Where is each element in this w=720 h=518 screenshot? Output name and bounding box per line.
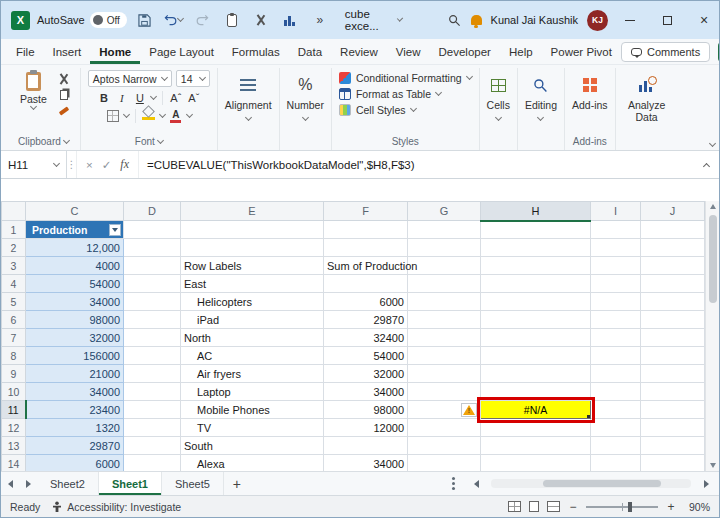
column-header-E[interactable]: E (181, 202, 324, 221)
horizontal-scroll-thumb[interactable] (543, 480, 661, 487)
cell-D1[interactable] (124, 221, 181, 239)
next-sheet-button[interactable] (19, 472, 37, 495)
cell-I9[interactable] (591, 365, 641, 383)
cell-D12[interactable] (124, 419, 181, 437)
cell-J2[interactable] (641, 239, 705, 257)
add-ins-group[interactable]: Add-ins Add-ins (564, 68, 615, 150)
cell-H3[interactable] (481, 257, 591, 275)
cell-G7[interactable] (408, 329, 481, 347)
menu-tab-review[interactable]: Review (331, 39, 387, 64)
menu-tab-view[interactable]: View (387, 39, 430, 64)
cell-I5[interactable] (591, 293, 641, 311)
column-header-C[interactable]: C (26, 202, 124, 221)
row-header-13[interactable]: 13 (2, 437, 26, 455)
cell-C8[interactable]: 156000 (26, 347, 124, 365)
row-header-5[interactable]: 5 (2, 293, 26, 311)
alignment-dropdown-icon[interactable] (245, 114, 252, 121)
cell-C1[interactable]: Production (26, 221, 124, 239)
cell-C7[interactable]: 32000 (26, 329, 124, 347)
cell-C2[interactable]: 12,000 (26, 239, 124, 257)
zoom-percentage[interactable]: 90% (684, 501, 710, 513)
cell-D13[interactable] (124, 437, 181, 455)
cell-E5[interactable]: Helicopters (181, 293, 324, 311)
menu-tab-formulas[interactable]: Formulas (223, 39, 289, 64)
cell-C6[interactable]: 98000 (26, 311, 124, 329)
sheet-options-kebab-icon[interactable] (452, 482, 455, 485)
scroll-up-icon[interactable] (710, 204, 716, 209)
row-header-7[interactable]: 7 (2, 329, 26, 347)
cell-C13[interactable]: 29870 (26, 437, 124, 455)
confirm-entry-icon[interactable]: ✓ (102, 158, 112, 172)
cell-D9[interactable] (124, 365, 181, 383)
accessibility-status[interactable]: Accessibility: Investigate (52, 501, 181, 513)
cell-D5[interactable] (124, 293, 181, 311)
minimize-button[interactable] (615, 1, 645, 39)
search-button[interactable] (446, 8, 463, 32)
cell-J14[interactable] (641, 455, 705, 472)
cell-D7[interactable] (124, 329, 181, 347)
cell-J1[interactable] (641, 221, 705, 239)
cell-D14[interactable] (124, 455, 181, 472)
new-sheet-button[interactable]: + (224, 472, 250, 495)
number-dropdown-icon[interactable] (302, 114, 309, 121)
cell-J12[interactable] (641, 419, 705, 437)
font-color-button[interactable]: A (169, 108, 183, 123)
selected-cell-H11[interactable]: #N/A (481, 401, 591, 419)
cell-D4[interactable] (124, 275, 181, 293)
row-header-14[interactable]: 14 (2, 455, 26, 472)
cell-I8[interactable] (591, 347, 641, 365)
cell-G11[interactable]: ! (408, 401, 481, 419)
customize-toolbar-button[interactable]: » (308, 8, 330, 32)
zoom-in-button[interactable]: + (666, 500, 676, 514)
zoom-slider-thumb[interactable] (628, 502, 632, 512)
cell-I1[interactable] (591, 221, 641, 239)
cell-J8[interactable] (641, 347, 705, 365)
undo-dropdown-icon[interactable] (177, 15, 184, 22)
column-header-H[interactable]: H (481, 202, 591, 221)
cell-F10[interactable]: 34000 (324, 383, 408, 401)
formula-bar-handle[interactable]: ⋮ (67, 151, 77, 178)
cell-G4[interactable] (408, 275, 481, 293)
menu-tab-developer[interactable]: Developer (430, 39, 500, 64)
cell-E3[interactable]: Row Labels (181, 257, 324, 275)
cell-J10[interactable] (641, 383, 705, 401)
cell-E10[interactable]: Laptop (181, 383, 324, 401)
filter-dropdown-icon[interactable] (109, 224, 121, 236)
cell-D3[interactable] (124, 257, 181, 275)
cell-E1[interactable] (181, 221, 324, 239)
select-all-corner[interactable] (2, 202, 26, 221)
copy-button[interactable] (57, 89, 71, 101)
column-header-F[interactable]: F (324, 202, 408, 221)
zoom-slider[interactable] (586, 506, 658, 508)
format-painter-button[interactable] (57, 105, 71, 117)
cancel-entry-icon[interactable]: × (86, 159, 93, 171)
sheet-tab-sheet5[interactable]: Sheet5 (162, 472, 224, 495)
column-header-I[interactable]: I (591, 202, 641, 221)
fill-color-button[interactable] (142, 108, 156, 123)
cell-E13[interactable]: South (181, 437, 324, 455)
cell-J6[interactable] (641, 311, 705, 329)
dialog-launcher-icon[interactable] (63, 136, 70, 143)
autosave-toggle[interactable]: AutoSave Off (37, 12, 127, 28)
cell-I10[interactable] (591, 383, 641, 401)
close-button[interactable]: × (689, 1, 719, 39)
cell-J5[interactable] (641, 293, 705, 311)
alignment-group[interactable]: Alignment (217, 68, 279, 150)
cell-J9[interactable] (641, 365, 705, 383)
row-header-6[interactable]: 6 (2, 311, 26, 329)
cell-D8[interactable] (124, 347, 181, 365)
number-group[interactable]: % Number (279, 68, 331, 150)
clipboard-quick-access-button[interactable] (221, 8, 243, 32)
expand-formula-bar-icon[interactable] (693, 151, 719, 178)
analyze-data-group[interactable]: Analyze Data (615, 68, 678, 150)
cells-group[interactable]: Cells (479, 68, 517, 150)
cell-C9[interactable]: 21000 (26, 365, 124, 383)
cell-G1[interactable] (408, 221, 481, 239)
cell-F6[interactable]: 29870 (324, 311, 408, 329)
bold-button[interactable]: B (97, 90, 111, 105)
horizontal-scrollbar[interactable] (491, 479, 691, 488)
paste-button[interactable]: Paste (14, 70, 53, 111)
comments-button[interactable]: Comments (621, 42, 710, 62)
row-header-4[interactable]: 4 (2, 275, 26, 293)
cell-J3[interactable] (641, 257, 705, 275)
